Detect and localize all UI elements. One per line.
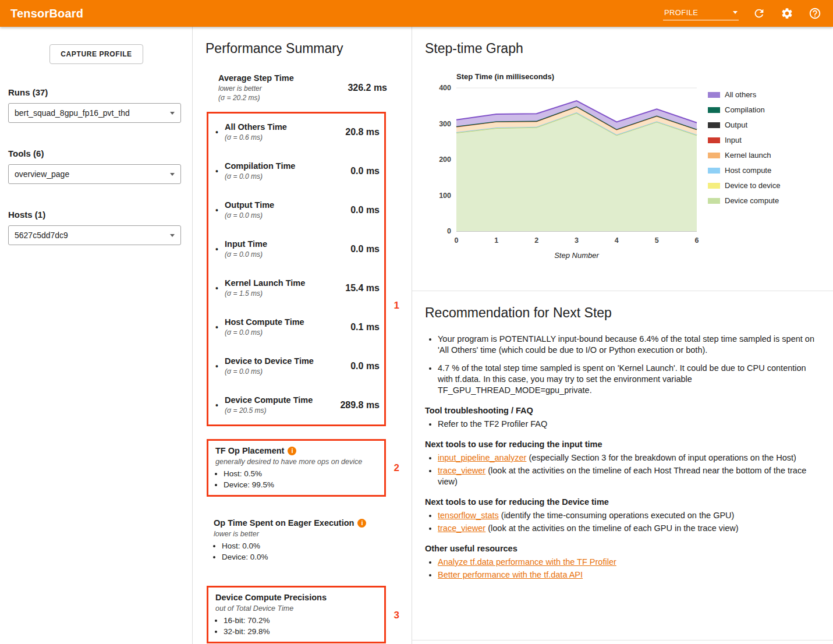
sidebar: CAPTURE PROFILE Runs (37) bert_squad_8gp…	[0, 27, 193, 644]
recommendation-subheading: Next tools to use for reducing the input…	[425, 439, 818, 450]
bullet-icon	[215, 323, 225, 332]
metric-row: Device to Device Time (σ = 0.0 ms) 0.0 m…	[215, 356, 380, 376]
info-subtitle: generally desired to have more ops on de…	[215, 457, 378, 467]
recommendation-subheading: Other useful resources	[425, 543, 818, 554]
recommendation-item: input_pipeline_analyzer (especially Sect…	[438, 452, 818, 463]
svg-text:200: 200	[439, 155, 451, 164]
legend-item: Device compute	[708, 196, 780, 205]
tfdata-performance-link[interactable]: Analyze tf.data performance with the TF …	[438, 557, 616, 567]
dashboard-selector[interactable]: PROFILE	[663, 7, 739, 20]
recommendation-text: Refer to the TF2 Profiler FAQ	[438, 419, 547, 429]
recommendation-text: (look at the activities on the timeline …	[438, 466, 806, 486]
runs-select-value: bert_squad_8gpu_fp16_pvt_thd	[15, 108, 130, 118]
section-divider	[412, 291, 833, 291]
capture-profile-button[interactable]: CAPTURE PROFILE	[49, 44, 143, 64]
metric-value: 0.1 ms	[350, 322, 380, 332]
info-icon[interactable]	[288, 447, 296, 455]
recommendation-subheading: Next tools to use for reducing the Devic…	[425, 497, 818, 508]
metric-name: Input Time	[225, 239, 346, 250]
recommendation-item: Analyze tf.data performance with the TF …	[438, 557, 818, 568]
runs-label: Runs (37)	[8, 87, 186, 97]
hosts-select[interactable]: 5627c5dd7dc9	[8, 225, 181, 245]
compute-precisions-title: Device Compute Precisions	[215, 592, 378, 603]
metric-name: Device to Device Time	[225, 356, 346, 367]
metric-sigma: (σ = 0.6 ms)	[225, 133, 341, 142]
metric-note: lower is better	[218, 84, 343, 93]
metric-name: Device Compute Time	[225, 395, 335, 406]
step-time-chart: 01002003004000123456Step Time (in millis…	[425, 70, 700, 265]
metric-average-step-time: Average Step Time lower is better (σ = 2…	[218, 73, 387, 102]
hosts-label: Hosts (1)	[8, 210, 186, 220]
help-button[interactable]	[807, 6, 823, 21]
step-time-chart-host: 01002003004000123456Step Time (in millis…	[425, 70, 700, 267]
metric-value: 0.0 ms	[350, 205, 380, 215]
svg-text:300: 300	[439, 120, 451, 128]
tf-op-placement-list: Host: 0.5% Device: 99.5%	[215, 468, 378, 490]
recommendation-item: Better performance with the tf.data API	[438, 569, 818, 581]
tools-select[interactable]: overview_page	[8, 164, 181, 184]
metric-name: Compilation Time	[225, 161, 346, 172]
legend-item: Output	[708, 121, 780, 129]
trace-viewer-link[interactable]: trace_viewer	[438, 523, 485, 533]
tfdata-api-link[interactable]: Better performance with the tf.data API	[438, 570, 583, 579]
chevron-down-icon	[170, 112, 175, 115]
annotation-box-1: All Others Time (σ = 0.6 ms) 20.8 ms Com…	[207, 112, 386, 426]
input-pipeline-analyzer-link[interactable]: input_pipeline_analyzer	[438, 453, 526, 462]
metric-name: Host Compute Time	[225, 317, 346, 328]
legend-label: Input	[725, 136, 742, 144]
legend-item: Device to device	[708, 181, 780, 190]
refresh-icon	[753, 7, 765, 20]
metric-row: Compilation Time (σ = 0.0 ms) 0.0 ms	[215, 161, 380, 181]
metric-value: 0.0 ms	[350, 166, 380, 176]
tensorflow-stats-link[interactable]: tensorflow_stats	[438, 511, 499, 520]
performance-summary-title: Performance Summary	[205, 41, 412, 56]
annotation-number-2: 2	[394, 462, 399, 474]
metric-row: Kernel Launch Time (σ = 1.5 ms) 15.4 ms	[215, 278, 380, 298]
list-item: Device: 99.5%	[224, 479, 378, 490]
recommendation-item: Refer to the TF2 Profiler FAQ	[438, 419, 818, 430]
metric-sigma: (σ = 0.0 ms)	[225, 250, 346, 259]
list-item: 32-bit: 29.8%	[224, 626, 378, 637]
metric-sigma: (σ = 0.0 ms)	[225, 367, 346, 376]
runs-select[interactable]: bert_squad_8gpu_fp16_pvt_thd	[8, 103, 181, 123]
recommendation-item: Your program is POTENTIALLY input-bound …	[438, 334, 818, 356]
svg-text:2: 2	[534, 236, 538, 245]
legend-item: All others	[708, 90, 780, 99]
svg-text:400: 400	[439, 84, 451, 92]
performance-summary-panel: Performance Summary Average Step Time lo…	[193, 27, 412, 644]
metric-row: Input Time (σ = 0.0 ms) 0.0 ms	[215, 239, 380, 259]
recommendation-bullets: Your program is POTENTIALLY input-bound …	[425, 334, 818, 396]
recommendation-item: trace_viewer (look at the activities on …	[438, 465, 818, 487]
dashboard-selector-value: PROFILE	[664, 8, 698, 17]
trace-viewer-link[interactable]: trace_viewer	[438, 466, 485, 475]
refresh-button[interactable]	[752, 6, 767, 21]
bullet-icon	[215, 401, 225, 410]
legend-swatch-icon	[708, 122, 720, 128]
recommendation-list: input_pipeline_analyzer (especially Sect…	[425, 452, 818, 487]
metric-sigma: (σ = 20.5 ms)	[225, 406, 335, 415]
recommendation-list: Analyze tf.data performance with the TF …	[425, 557, 818, 581]
chevron-down-icon	[170, 234, 175, 237]
recommendation-item: tensorflow_stats (identify the time-cons…	[438, 510, 818, 521]
info-title-text: Device Compute Precisions	[215, 592, 327, 603]
settings-button[interactable]	[779, 6, 795, 21]
info-subtitle: out of Total Device Time	[215, 604, 378, 614]
info-icon[interactable]	[357, 519, 366, 528]
metrics-list: Average Step Time lower is better (σ = 2…	[205, 73, 387, 643]
recommendation-list: tensorflow_stats (identify the time-cons…	[425, 510, 818, 534]
hosts-select-value: 5627c5dd7dc9	[15, 231, 68, 240]
svg-text:6: 6	[695, 236, 699, 245]
legend-label: All others	[725, 90, 756, 99]
eager-execution-list: Host: 0.0% Device: 0.0%	[214, 540, 387, 562]
legend-item: Host compute	[708, 166, 780, 175]
tools-select-value: overview_page	[15, 169, 69, 179]
eager-execution-title: Op Time Spent on Eager Execution	[214, 518, 387, 529]
metric-name: Output Time	[225, 200, 346, 211]
recommendation-list: Refer to the TF2 Profiler FAQ	[425, 419, 818, 430]
legend-label: Host compute	[725, 166, 771, 175]
legend-swatch-icon	[708, 137, 720, 143]
metric-sigma: (σ = 0.0 ms)	[225, 328, 346, 337]
bullet-icon	[215, 128, 225, 137]
metric-sigma: (σ = 0.0 ms)	[225, 172, 346, 181]
recommendation-item: trace_viewer (look at the activities on …	[438, 523, 818, 534]
